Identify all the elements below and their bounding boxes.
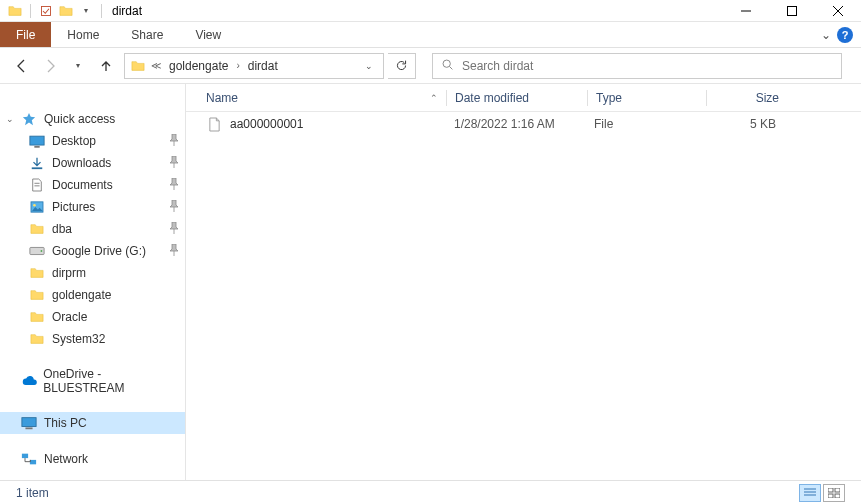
computer-icon	[20, 415, 38, 431]
pin-icon	[169, 134, 179, 148]
tab-file[interactable]: File	[0, 22, 51, 47]
folder-icon	[129, 57, 147, 75]
sidebar-onedrive[interactable]: OneDrive - BLUESTREAM	[0, 364, 185, 398]
sidebar-quick-access[interactable]: ⌄ Quick access	[0, 108, 185, 130]
column-header-type[interactable]: Type	[588, 91, 706, 105]
forward-button[interactable]	[38, 54, 62, 78]
close-button[interactable]	[815, 0, 861, 22]
up-button[interactable]	[94, 54, 118, 78]
chevron-down-icon[interactable]: ▾	[77, 2, 95, 20]
svg-rect-18	[22, 454, 28, 458]
search-box[interactable]	[432, 53, 842, 79]
details-view-button[interactable]	[799, 484, 821, 502]
maximize-button[interactable]	[769, 0, 815, 22]
svg-rect-7	[30, 136, 44, 145]
sidebar-item-label: Network	[44, 452, 88, 466]
svg-rect-19	[30, 460, 36, 464]
column-header-date[interactable]: Date modified	[447, 91, 587, 105]
cloud-icon	[20, 373, 37, 389]
table-row[interactable]: aa0000000011/28/2022 1:16 AMFile5 KB	[186, 112, 861, 136]
sidebar-item-label: Downloads	[52, 156, 111, 170]
folder-icon	[28, 331, 46, 347]
navigation-bar: ▾ ≪ goldengate › dirdat ⌄	[0, 48, 861, 84]
content-area: ⌄ Quick access DesktopDownloadsDocuments…	[0, 84, 861, 480]
minimize-button[interactable]	[723, 0, 769, 22]
sidebar-this-pc[interactable]: This PC	[0, 412, 185, 434]
column-header-name[interactable]: Name ⌃	[198, 91, 446, 105]
quick-access-toolbar: ▾	[0, 2, 106, 20]
svg-rect-16	[22, 418, 36, 427]
help-icon[interactable]: ?	[837, 27, 853, 43]
separator	[30, 4, 31, 18]
sidebar-item-label: System32	[52, 332, 105, 346]
sidebar-item-label: dba	[52, 222, 72, 236]
tab-home[interactable]: Home	[51, 22, 115, 47]
documents-icon	[28, 177, 46, 193]
window-title: dirdat	[112, 4, 142, 18]
pictures-icon	[28, 199, 46, 215]
chevron-icon[interactable]: ≪	[149, 60, 163, 71]
svg-point-13	[33, 204, 36, 207]
files-pane: Name ⌃ Date modified Type Size aa0000000…	[186, 84, 861, 480]
ribbon-tabs: File Home Share View ⌄ ?	[0, 22, 861, 48]
sidebar-item[interactable]: dirprm	[0, 262, 185, 284]
search-input[interactable]	[462, 59, 833, 73]
sidebar-item-label: Desktop	[52, 134, 96, 148]
column-header-size[interactable]: Size	[707, 91, 787, 105]
svg-point-15	[41, 250, 43, 252]
tab-share[interactable]: Share	[115, 22, 179, 47]
sidebar-item[interactable]: Downloads	[0, 152, 185, 174]
star-icon	[20, 111, 38, 127]
sidebar-item[interactable]: Google Drive (G:)	[0, 240, 185, 262]
address-dropdown-button[interactable]: ⌄	[359, 54, 379, 78]
svg-rect-26	[835, 494, 840, 498]
column-label: Size	[756, 91, 779, 105]
svg-rect-25	[828, 494, 833, 498]
folder-icon	[6, 2, 24, 20]
svg-rect-24	[835, 488, 840, 492]
sidebar-item[interactable]: Oracle	[0, 306, 185, 328]
sort-indicator-icon: ⌃	[430, 93, 438, 103]
svg-rect-0	[42, 6, 51, 15]
sidebar-item[interactable]: dba	[0, 218, 185, 240]
column-label: Name	[206, 91, 238, 105]
separator	[101, 4, 102, 18]
sidebar-item[interactable]: System32	[0, 328, 185, 350]
expand-ribbon-icon[interactable]: ⌄	[821, 28, 831, 42]
tab-view[interactable]: View	[179, 22, 237, 47]
file-name: aa000000001	[230, 117, 303, 131]
status-bar: 1 item	[0, 480, 861, 504]
folder-icon	[28, 265, 46, 281]
network-icon	[20, 451, 38, 467]
back-button[interactable]	[10, 54, 34, 78]
refresh-button[interactable]	[388, 53, 416, 79]
address-bar[interactable]: ≪ goldengate › dirdat ⌄	[124, 53, 384, 79]
chevron-right-icon[interactable]: ›	[234, 60, 241, 71]
sidebar-item-label: Oracle	[52, 310, 87, 324]
item-count: 1 item	[16, 486, 49, 500]
recent-locations-button[interactable]: ▾	[66, 54, 90, 78]
sidebar-item-label: Pictures	[52, 200, 95, 214]
navigation-pane: ⌄ Quick access DesktopDownloadsDocuments…	[0, 84, 186, 480]
thumbnails-view-button[interactable]	[823, 484, 845, 502]
sidebar-item-label: This PC	[44, 416, 87, 430]
sidebar-item[interactable]: Desktop	[0, 130, 185, 152]
pin-icon	[169, 244, 179, 258]
properties-icon[interactable]	[37, 2, 55, 20]
sidebar-item[interactable]: Documents	[0, 174, 185, 196]
sidebar-network[interactable]: Network	[0, 448, 185, 470]
folder-icon	[28, 309, 46, 325]
breadcrumb[interactable]: dirdat	[242, 54, 284, 78]
breadcrumb[interactable]: goldengate	[163, 54, 234, 78]
sidebar-item[interactable]: goldengate	[0, 284, 185, 306]
file-size: 5 KB	[704, 117, 784, 131]
drive-icon	[28, 243, 46, 259]
column-label: Date modified	[455, 91, 529, 105]
sidebar-item[interactable]: Pictures	[0, 196, 185, 218]
downloads-icon	[28, 155, 46, 171]
sidebar-item-label: goldengate	[52, 288, 111, 302]
expand-icon[interactable]: ⌄	[6, 114, 14, 124]
pin-icon	[169, 222, 179, 236]
column-headers: Name ⌃ Date modified Type Size	[186, 84, 861, 112]
svg-rect-2	[788, 6, 797, 15]
